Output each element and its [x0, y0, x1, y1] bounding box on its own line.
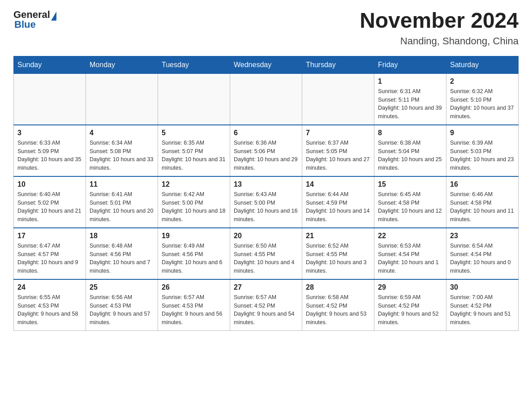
day-info: Sunrise: 6:54 AMSunset: 4:54 PMDaylight:…	[450, 242, 515, 275]
day-number: 19	[162, 232, 226, 240]
table-row: 21Sunrise: 6:52 AMSunset: 4:55 PMDayligh…	[302, 228, 374, 279]
table-row: 6Sunrise: 6:36 AMSunset: 5:06 PMDaylight…	[230, 125, 302, 176]
table-row: 4Sunrise: 6:34 AMSunset: 5:08 PMDaylight…	[86, 125, 158, 176]
day-info: Sunrise: 6:39 AMSunset: 5:03 PMDaylight:…	[450, 139, 515, 172]
day-info: Sunrise: 6:48 AMSunset: 4:56 PMDaylight:…	[90, 242, 154, 275]
logo-triangle-icon	[51, 12, 56, 21]
table-row: 9Sunrise: 6:39 AMSunset: 5:03 PMDaylight…	[446, 125, 519, 176]
table-row: 30Sunrise: 7:00 AMSunset: 4:52 PMDayligh…	[446, 279, 519, 331]
day-number: 17	[17, 232, 82, 240]
day-info: Sunrise: 6:56 AMSunset: 4:53 PMDaylight:…	[90, 293, 154, 327]
day-number: 2	[450, 77, 515, 86]
table-row: 22Sunrise: 6:53 AMSunset: 4:54 PMDayligh…	[374, 228, 446, 279]
day-number: 1	[378, 77, 442, 86]
day-info: Sunrise: 6:58 AMSunset: 4:52 PMDaylight:…	[306, 293, 370, 327]
day-info: Sunrise: 6:38 AMSunset: 5:04 PMDaylight:…	[378, 139, 442, 172]
table-row: 5Sunrise: 6:35 AMSunset: 5:07 PMDaylight…	[158, 125, 230, 176]
col-wednesday: Wednesday	[230, 56, 302, 73]
col-thursday: Thursday	[302, 56, 374, 73]
day-info: Sunrise: 6:33 AMSunset: 5:09 PMDaylight:…	[17, 139, 82, 172]
day-number: 30	[450, 283, 515, 291]
day-number: 10	[17, 180, 82, 188]
calendar-subtitle: Nanding, Shandong, China	[360, 35, 519, 47]
day-info: Sunrise: 6:34 AMSunset: 5:08 PMDaylight:…	[90, 139, 154, 172]
day-info: Sunrise: 6:49 AMSunset: 4:56 PMDaylight:…	[162, 242, 226, 275]
day-number: 8	[378, 129, 442, 137]
table-row: 2Sunrise: 6:32 AMSunset: 5:10 PMDaylight…	[446, 73, 519, 125]
table-row: 20Sunrise: 6:50 AMSunset: 4:55 PMDayligh…	[230, 228, 302, 279]
table-row: 24Sunrise: 6:55 AMSunset: 4:53 PMDayligh…	[14, 279, 86, 331]
day-info: Sunrise: 6:35 AMSunset: 5:07 PMDaylight:…	[162, 139, 226, 172]
col-friday: Friday	[374, 56, 446, 73]
table-row: 17Sunrise: 6:47 AMSunset: 4:57 PMDayligh…	[14, 228, 86, 279]
table-row: 3Sunrise: 6:33 AMSunset: 5:09 PMDaylight…	[14, 125, 86, 176]
day-info: Sunrise: 6:43 AMSunset: 5:00 PMDaylight:…	[234, 190, 298, 224]
day-number: 5	[162, 129, 226, 137]
table-row: 27Sunrise: 6:57 AMSunset: 4:52 PMDayligh…	[230, 279, 302, 331]
logo-text-blue: Blue	[14, 19, 56, 30]
day-info: Sunrise: 6:50 AMSunset: 4:55 PMDaylight:…	[234, 242, 298, 275]
day-info: Sunrise: 6:57 AMSunset: 4:52 PMDaylight:…	[234, 293, 298, 327]
col-tuesday: Tuesday	[158, 56, 230, 73]
day-number: 9	[450, 129, 515, 137]
day-info: Sunrise: 6:41 AMSunset: 5:01 PMDaylight:…	[90, 190, 154, 224]
table-row: 28Sunrise: 6:58 AMSunset: 4:52 PMDayligh…	[302, 279, 374, 331]
table-row: 23Sunrise: 6:54 AMSunset: 4:54 PMDayligh…	[446, 228, 519, 279]
day-info: Sunrise: 6:59 AMSunset: 4:52 PMDaylight:…	[378, 293, 442, 327]
day-info: Sunrise: 6:36 AMSunset: 5:06 PMDaylight:…	[234, 139, 298, 172]
day-info: Sunrise: 7:00 AMSunset: 4:52 PMDaylight:…	[450, 293, 515, 327]
day-number: 29	[378, 283, 442, 291]
table-row: 26Sunrise: 6:57 AMSunset: 4:53 PMDayligh…	[158, 279, 230, 331]
col-monday: Monday	[86, 56, 158, 73]
table-row: 25Sunrise: 6:56 AMSunset: 4:53 PMDayligh…	[86, 279, 158, 331]
day-info: Sunrise: 6:45 AMSunset: 4:58 PMDaylight:…	[378, 190, 442, 224]
day-number: 23	[450, 232, 515, 240]
calendar-header-row: Sunday Monday Tuesday Wednesday Thursday…	[14, 56, 519, 73]
day-number: 24	[17, 283, 82, 291]
col-saturday: Saturday	[446, 56, 519, 73]
table-row: 7Sunrise: 6:37 AMSunset: 5:05 PMDaylight…	[302, 125, 374, 176]
title-block: November 2024 Nanding, Shandong, China	[360, 9, 519, 47]
table-row	[14, 73, 86, 125]
day-number: 3	[17, 129, 82, 137]
day-number: 14	[306, 180, 370, 188]
day-info: Sunrise: 6:42 AMSunset: 5:00 PMDaylight:…	[162, 190, 226, 224]
table-row: 16Sunrise: 6:46 AMSunset: 4:58 PMDayligh…	[446, 176, 519, 228]
day-number: 20	[234, 232, 298, 240]
table-row	[230, 73, 302, 125]
table-row: 15Sunrise: 6:45 AMSunset: 4:58 PMDayligh…	[374, 176, 446, 228]
table-row: 29Sunrise: 6:59 AMSunset: 4:52 PMDayligh…	[374, 279, 446, 331]
day-info: Sunrise: 6:40 AMSunset: 5:02 PMDaylight:…	[17, 190, 82, 224]
table-row: 11Sunrise: 6:41 AMSunset: 5:01 PMDayligh…	[86, 176, 158, 228]
table-row: 12Sunrise: 6:42 AMSunset: 5:00 PMDayligh…	[158, 176, 230, 228]
day-info: Sunrise: 6:31 AMSunset: 5:11 PMDaylight:…	[378, 87, 442, 121]
day-info: Sunrise: 6:52 AMSunset: 4:55 PMDaylight:…	[306, 242, 370, 275]
table-row: 18Sunrise: 6:48 AMSunset: 4:56 PMDayligh…	[86, 228, 158, 279]
day-info: Sunrise: 6:32 AMSunset: 5:10 PMDaylight:…	[450, 87, 515, 121]
day-info: Sunrise: 6:46 AMSunset: 4:58 PMDaylight:…	[450, 190, 515, 224]
day-number: 16	[450, 180, 515, 188]
day-info: Sunrise: 6:37 AMSunset: 5:05 PMDaylight:…	[306, 139, 370, 172]
day-number: 25	[90, 283, 154, 291]
day-number: 6	[234, 129, 298, 137]
day-number: 18	[90, 232, 154, 240]
day-info: Sunrise: 6:57 AMSunset: 4:53 PMDaylight:…	[162, 293, 226, 327]
table-row	[302, 73, 374, 125]
table-row: 10Sunrise: 6:40 AMSunset: 5:02 PMDayligh…	[14, 176, 86, 228]
day-number: 11	[90, 180, 154, 188]
col-sunday: Sunday	[14, 56, 86, 73]
table-row: 19Sunrise: 6:49 AMSunset: 4:56 PMDayligh…	[158, 228, 230, 279]
calendar-title: November 2024	[360, 9, 519, 33]
day-info: Sunrise: 6:55 AMSunset: 4:53 PMDaylight:…	[17, 293, 82, 327]
table-row: 14Sunrise: 6:44 AMSunset: 4:59 PMDayligh…	[302, 176, 374, 228]
table-row	[86, 73, 158, 125]
calendar-table: Sunday Monday Tuesday Wednesday Thursday…	[13, 56, 519, 331]
day-number: 12	[162, 180, 226, 188]
logo: General Blue	[13, 9, 56, 30]
day-number: 15	[378, 180, 442, 188]
day-number: 21	[306, 232, 370, 240]
day-number: 22	[378, 232, 442, 240]
table-row: 1Sunrise: 6:31 AMSunset: 5:11 PMDaylight…	[374, 73, 446, 125]
day-number: 4	[90, 129, 154, 137]
table-row: 13Sunrise: 6:43 AMSunset: 5:00 PMDayligh…	[230, 176, 302, 228]
